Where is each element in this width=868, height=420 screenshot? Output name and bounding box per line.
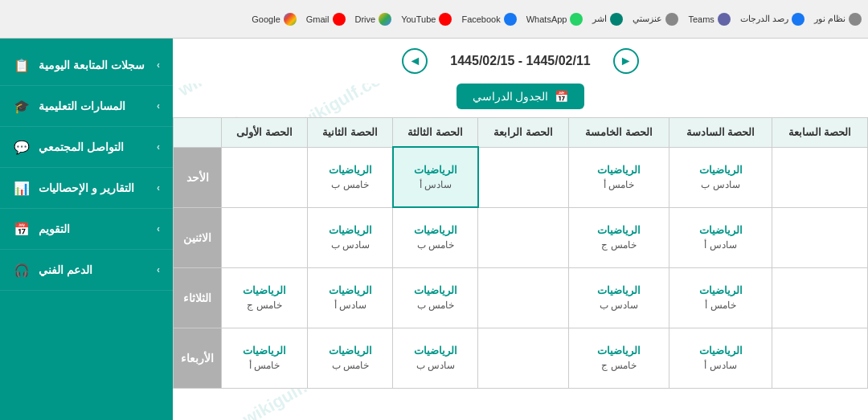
col-header-7: الحصة السابعة: [772, 118, 868, 148]
support-icon: 🎧: [13, 261, 31, 279]
cell-row2-col5[interactable]: الرياضياتسادس أ: [308, 267, 393, 328]
main-layout: wikigulf.com wikigulf.com wikigulf.com w…: [0, 39, 868, 420]
schedule-table: الحصة السابعة الحصة السادسة الحصة الخامس…: [173, 117, 868, 389]
sidebar-label-reports: التقارير و الإحصاليات: [39, 181, 134, 194]
reports-icon: 📊: [13, 179, 31, 197]
sidebar-label-support: الدعم الفني: [39, 263, 92, 276]
cell-row3-col6[interactable]: الرياضياتخامس أ: [222, 328, 308, 388]
day-cell-row1: الاثنين: [174, 207, 222, 267]
date-display: 1445/02/11 - 1445/02/15: [434, 54, 606, 68]
browser-item-youtube[interactable]: YouTube: [401, 13, 452, 26]
browser-item-gmail[interactable]: Gmail: [306, 13, 346, 26]
chevron-icon-6: ›: [157, 264, 160, 275]
sidebar: › سجلات المتابعة اليومية 📋 › المسارات ال…: [0, 39, 173, 420]
chevron-icon: ›: [157, 59, 160, 71]
col-header-6: الحصة السادسة: [669, 118, 772, 148]
col-header-1: الحصة الأولى: [222, 118, 308, 148]
day-cell-row0: الأحد: [174, 147, 222, 207]
col-header-4: الحصة الرابعة: [478, 118, 568, 148]
cell-row3-col2[interactable]: الرياضياتخامس ج: [568, 328, 669, 388]
cell-row1-col2[interactable]: الرياضياتخامس ج: [568, 207, 669, 267]
browser-item-google[interactable]: Google: [252, 13, 296, 26]
sidebar-item-calendar[interactable]: › التقويم 📅: [0, 209, 173, 250]
browser-item-asher[interactable]: اشر: [592, 13, 623, 26]
col-header-day: [174, 118, 222, 148]
prev-arrow[interactable]: ►: [613, 48, 639, 74]
browser-item-teams[interactable]: Teams: [688, 13, 730, 26]
col-header-3: الحصة الثالثة: [393, 118, 478, 148]
browser-item-whatsapp[interactable]: WhatsApp: [526, 13, 583, 26]
cell-row2-col6[interactable]: الرياضياتخامس ج: [222, 267, 308, 328]
browser-item-facebook[interactable]: Facebook: [461, 13, 516, 26]
content-area: wikigulf.com wikigulf.com wikigulf.com w…: [173, 39, 868, 420]
cell-row2-col0: [772, 267, 868, 328]
sidebar-item-reports[interactable]: › التقارير و الإحصاليات 📊: [0, 168, 173, 209]
sidebar-label-social: التواصل المجتمعي: [39, 141, 124, 153]
cell-row1-col1[interactable]: الرياضياتسادس أ: [669, 207, 772, 267]
calendar-icon: 📅: [555, 90, 568, 103]
sidebar-label-daily: سجلات المتابعة اليومية: [39, 59, 145, 71]
schedule-btn-wrapper: 📅 الجدول الدراسي: [173, 84, 868, 109]
cell-row0-col0: [772, 147, 868, 207]
cell-row3-col5[interactable]: الرياضياتخامس ب: [308, 328, 393, 388]
cell-row2-col2[interactable]: الرياضياتسادس ب: [568, 267, 669, 328]
next-arrow[interactable]: ◄: [402, 48, 428, 74]
cell-row2-col1[interactable]: الرياضياتخامس أ: [669, 267, 772, 328]
cell-row0-col6: [222, 147, 308, 207]
nav-bar: ► 1445/02/11 - 1445/02/15 ◄: [173, 39, 868, 84]
education-icon: 🎓: [13, 97, 31, 115]
cell-row0-col3: [478, 147, 568, 207]
day-cell-row2: الثلاثاء: [174, 267, 222, 328]
browser-item-drive[interactable]: Drive: [355, 13, 392, 26]
cell-row1-col6: [222, 207, 308, 267]
chevron-icon-4: ›: [157, 182, 160, 194]
browser-bar: نظام نور رصد الدرجات Teams عنزستي اشر Wh…: [0, 0, 868, 39]
schedule-button[interactable]: 📅 الجدول الدراسي: [457, 84, 585, 109]
daily-records-icon: 📋: [13, 56, 31, 74]
browser-item-noor[interactable]: نظام نور: [814, 13, 862, 26]
browser-item-grades[interactable]: رصد الدرجات: [740, 13, 805, 26]
sidebar-item-social[interactable]: › التواصل المجتمعي 💬: [0, 127, 173, 168]
cell-row1-col0: [772, 207, 868, 267]
day-cell-row3: الأربعاء: [174, 328, 222, 388]
sidebar-item-daily-records[interactable]: › سجلات المتابعة اليومية 📋: [0, 45, 173, 86]
cell-row0-col1[interactable]: الرياضياتسادس ب: [669, 147, 772, 207]
calendar-sidebar-icon: 📅: [13, 220, 31, 238]
social-icon: 💬: [13, 138, 31, 156]
chevron-icon-2: ›: [157, 100, 160, 112]
cell-row0-col2[interactable]: الرياضياتخامس أ: [568, 147, 669, 207]
cell-row2-col4[interactable]: الرياضياتخامس ب: [393, 267, 478, 328]
browser-item-enzesty[interactable]: عنزستي: [633, 13, 678, 26]
cell-row1-col3: [478, 207, 568, 267]
sidebar-item-support[interactable]: › الدعم الفني 🎧: [0, 250, 173, 291]
sidebar-label-education: المسارات التعليمية: [39, 100, 125, 112]
cell-row3-col1[interactable]: الرياضياتسادس أ: [669, 328, 772, 388]
col-header-2: الحصة الثانية: [308, 118, 393, 148]
cell-row1-col4[interactable]: الرياضياتخامس ب: [393, 207, 478, 267]
cell-row1-col5[interactable]: الرياضياتسادس ب: [308, 207, 393, 267]
cell-row3-col4[interactable]: الرياضياتسادس ب: [393, 328, 478, 388]
sidebar-item-education-paths[interactable]: › المسارات التعليمية 🎓: [0, 86, 173, 127]
cell-row0-col5[interactable]: الرياضياتخامس ب: [308, 147, 393, 207]
cell-row3-col3: [478, 328, 568, 388]
col-header-5: الحصة الخامسة: [568, 118, 669, 148]
chevron-icon-5: ›: [157, 223, 160, 234]
cell-row2-col3: [478, 267, 568, 328]
cell-row3-col0: [772, 328, 868, 388]
cell-row0-col4[interactable]: الرياضياتسادس أ: [393, 147, 478, 207]
chevron-icon-3: ›: [157, 141, 160, 153]
sidebar-label-calendar: التقويم: [39, 222, 70, 235]
